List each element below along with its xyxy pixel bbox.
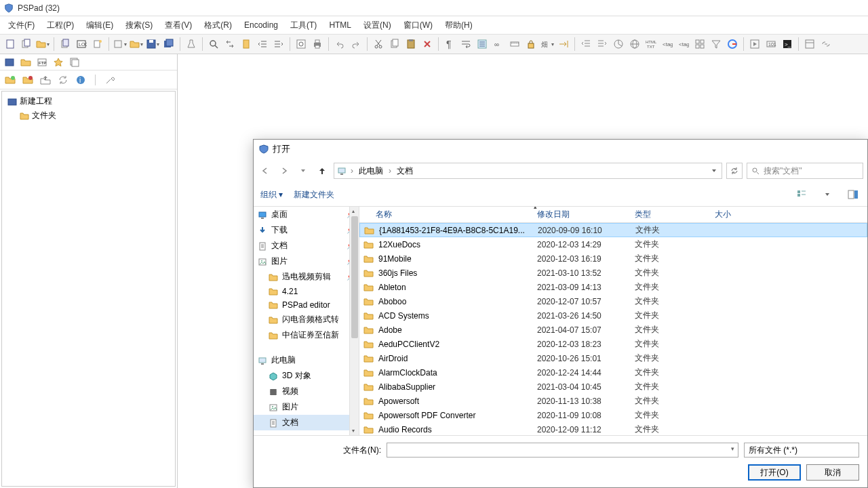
file-row[interactable]: Aboboo2020-12-07 10:57文件夹 <box>359 294 867 308</box>
filename-input[interactable] <box>387 443 738 458</box>
menu-format[interactable]: 格式(R) <box>199 18 237 33</box>
tree-child[interactable]: 文件夹 <box>17 108 172 123</box>
open-dropdown-icon[interactable] <box>129 37 144 52</box>
panel-tab-project-icon[interactable] <box>4 57 15 68</box>
grid-icon[interactable] <box>692 37 707 52</box>
lock-icon[interactable] <box>524 37 538 52</box>
menu-tools[interactable]: 工具(T) <box>285 18 322 33</box>
chain-icon[interactable] <box>818 37 833 52</box>
ruler-icon[interactable] <box>507 37 522 52</box>
panel-tab-ftp-icon[interactable]: FTP <box>37 57 47 68</box>
file-row[interactable]: Apowersoft PDF Converter2020-11-09 10:08… <box>359 408 867 422</box>
menu-project[interactable]: 工程(P) <box>41 18 79 33</box>
menu-html[interactable]: HTML <box>323 18 357 32</box>
new-folder-button[interactable]: 新建文件夹 <box>294 189 334 201</box>
tree-root[interactable]: 新建工程 <box>5 94 172 108</box>
file-row[interactable]: AirDroid2020-10-26 15:01文件夹 <box>359 351 867 365</box>
nav-item[interactable]: 闪电音频格式转 <box>254 312 359 327</box>
file-filter[interactable]: 所有文件 (*.*) <box>744 443 859 458</box>
indent-left-icon[interactable] <box>255 37 270 52</box>
tag2-icon[interactable]: <tag <box>676 37 691 52</box>
special-chars-icon[interactable]: ∞ <box>491 37 506 52</box>
col-size[interactable]: 大小 <box>715 209 867 220</box>
encoding-dropdown-icon[interactable]: 畑 <box>540 37 555 52</box>
menu-settings[interactable]: 设置(N) <box>358 18 397 33</box>
new-multi-icon[interactable] <box>19 37 34 52</box>
google-icon[interactable] <box>725 37 740 52</box>
nav-item[interactable]: 中信证券至信新 <box>254 327 359 343</box>
layout-icon[interactable] <box>802 37 817 52</box>
col-type[interactable]: 类型 <box>635 209 715 220</box>
menu-help[interactable]: 帮助(H) <box>439 18 478 33</box>
view-mode-icon[interactable] <box>794 187 809 202</box>
pie-icon[interactable] <box>611 37 626 52</box>
nav-item[interactable]: 4.21 <box>254 285 359 298</box>
log-icon[interactable]: LOG <box>74 37 89 52</box>
num-icon[interactable]: 101 <box>764 37 778 52</box>
nav-item[interactable]: 图片📌 <box>254 253 359 269</box>
info-icon[interactable]: i <box>75 74 87 86</box>
replace-icon[interactable] <box>222 37 237 52</box>
nav-item[interactable]: 迅电视频剪辑📌 <box>254 269 359 285</box>
refresh-tree-icon[interactable] <box>57 74 69 86</box>
col-name[interactable]: 名称▴ <box>359 209 537 220</box>
nav-item[interactable]: 图片 <box>254 399 359 415</box>
file-row[interactable]: 360js Files2021-03-10 13:52文件夹 <box>359 266 867 280</box>
panel-tab-folder-icon[interactable] <box>20 57 31 68</box>
nav-item[interactable]: 视频 <box>254 384 359 399</box>
nav-item[interactable]: PSPad editor <box>254 298 359 312</box>
copy-icon[interactable] <box>58 37 73 52</box>
cancel-button[interactable]: 取消 <box>806 464 859 481</box>
project-tree[interactable]: 新建工程 文件夹 <box>1 91 176 487</box>
breadcrumb-dropdown-icon[interactable] <box>709 167 719 174</box>
nav-item[interactable]: 下载📌 <box>254 222 359 238</box>
nav-item[interactable]: 此电脑 <box>254 352 359 368</box>
panel-tab-windows-icon[interactable] <box>69 57 80 68</box>
file-row[interactable]: Ableton2021-03-09 14:13文件夹 <box>359 280 867 294</box>
preview-icon[interactable] <box>294 37 309 52</box>
nav-item[interactable]: 3D 对象 <box>254 368 359 384</box>
html-txt-icon[interactable]: HTMLTXT <box>644 37 658 52</box>
file-row[interactable]: ACD Systems2021-03-26 14:50文件夹 <box>359 308 867 323</box>
nav-tree[interactable]: 桌面📌下载📌文档📌图片📌迅电视频剪辑📌4.21PSPad editor闪电音频格… <box>254 207 359 435</box>
file-row[interactable]: AeduPCClientV22020-12-03 18:23文件夹 <box>359 337 867 351</box>
view-dropdown-icon[interactable] <box>820 187 835 202</box>
up-folder-icon[interactable] <box>39 74 52 86</box>
new-project-icon[interactable] <box>4 74 16 86</box>
refresh-icon[interactable] <box>726 163 743 179</box>
copy2-icon[interactable] <box>387 37 402 52</box>
flask-icon[interactable] <box>184 37 199 52</box>
file-row[interactable]: 12XueDocs2020-12-03 14:29文件夹 <box>359 237 867 251</box>
undo-icon[interactable] <box>332 37 347 52</box>
file-row[interactable]: AlibabaSupplier2021-03-04 10:45文件夹 <box>359 380 867 394</box>
cut-icon[interactable] <box>371 37 386 52</box>
breadcrumb-docs[interactable]: 文档 <box>395 165 414 177</box>
nav-item[interactable]: 桌面📌 <box>254 207 359 222</box>
panel-tab-favorites-icon[interactable] <box>53 57 64 68</box>
file-row[interactable]: Adobe2021-04-07 15:07文件夹 <box>359 323 867 337</box>
menu-view[interactable]: 查看(V) <box>159 18 197 33</box>
lines-icon[interactable] <box>475 37 490 52</box>
redo-icon[interactable] <box>349 37 363 52</box>
col-date[interactable]: 修改日期 <box>537 209 635 220</box>
file-row[interactable]: {1A881453-21F8-4E9A-B8C8-5C1A19...2020-0… <box>359 223 867 237</box>
save-all-icon[interactable] <box>161 37 176 52</box>
play-icon[interactable] <box>747 37 762 52</box>
menu-encoding[interactable]: Encoding <box>239 18 283 32</box>
preview-pane-icon[interactable] <box>846 187 861 202</box>
paste-icon[interactable] <box>403 37 418 52</box>
remove-project-icon[interactable] <box>22 74 34 86</box>
globe-icon[interactable] <box>627 37 642 52</box>
linewrap-icon[interactable] <box>458 37 473 52</box>
sparkle-icon[interactable] <box>90 37 105 52</box>
breadcrumb-pc[interactable]: 此电脑 <box>357 165 384 177</box>
menu-file[interactable]: 文件(F) <box>3 18 40 33</box>
pilcrow-icon[interactable]: ¶ <box>442 37 457 52</box>
menu-window[interactable]: 窗口(W) <box>398 18 438 33</box>
file-row[interactable]: Apowersoft2020-11-13 10:38文件夹 <box>359 394 867 408</box>
nav-scrollbar[interactable]: ▴ ▾ <box>349 207 359 435</box>
scrollbar-thumb[interactable] <box>351 216 358 338</box>
menu-edit[interactable]: 编辑(E) <box>81 18 119 33</box>
menu-search[interactable]: 搜索(S) <box>120 18 158 33</box>
bookmark-icon[interactable] <box>239 37 254 52</box>
